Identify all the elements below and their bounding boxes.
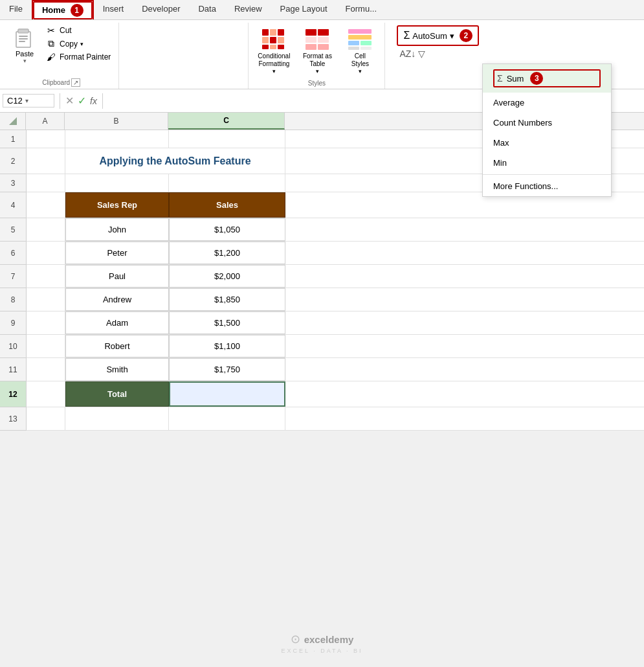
cell-a7[interactable]: [27, 265, 65, 288]
menu-item-min[interactable]: Min: [483, 153, 611, 173]
cell-b11[interactable]: Smith: [65, 358, 169, 381]
function-wizard-button[interactable]: fx: [90, 96, 97, 106]
cell-c12-total[interactable]: [169, 381, 285, 407]
cell-c11[interactable]: $1,750: [169, 358, 285, 381]
tab-developer[interactable]: Developer: [133, 0, 189, 19]
formula-confirm-button[interactable]: ✓: [78, 95, 86, 107]
row-header-8[interactable]: 8: [0, 288, 26, 311]
svg-rect-9: [262, 37, 269, 43]
svg-rect-17: [305, 37, 316, 43]
row-header-6[interactable]: 6: [0, 242, 26, 265]
menu-item-sum[interactable]: Σ Sum 3: [483, 64, 611, 93]
col-header-a[interactable]: A: [26, 113, 65, 130]
row-header-1[interactable]: 1: [0, 130, 26, 148]
format-as-table-label: Format asTable: [303, 52, 332, 68]
cell-b13[interactable]: [65, 407, 169, 430]
cell-b6[interactable]: Peter: [65, 242, 169, 264]
svg-rect-14: [278, 45, 284, 49]
row-header-10[interactable]: 10: [0, 335, 26, 358]
tab-page-layout[interactable]: Page Layout: [271, 0, 337, 19]
row-header-12[interactable]: 12: [0, 381, 26, 407]
cell-c6[interactable]: $1,200: [169, 242, 285, 264]
row-header-9[interactable]: 9: [0, 311, 26, 335]
funnel-icon: ▽: [418, 49, 425, 59]
menu-item-max[interactable]: Max: [483, 133, 611, 153]
menu-item-average[interactable]: Average: [483, 93, 611, 113]
cell-b9[interactable]: Adam: [65, 311, 169, 334]
row-header-5[interactable]: 5: [0, 218, 26, 242]
cell-a1[interactable]: [27, 130, 65, 148]
cell-a10[interactable]: [27, 335, 65, 357]
cell-a13[interactable]: [27, 407, 65, 430]
conditional-formatting-button[interactable]: ConditionalFormatting ▾: [254, 24, 294, 77]
format-painter-button[interactable]: 🖌 Format Painter: [43, 51, 113, 63]
cell-b3[interactable]: [65, 174, 169, 192]
format-as-table-button[interactable]: Format asTable ▾: [298, 24, 337, 77]
paste-label: Paste: [16, 50, 34, 58]
menu-item-more-functions[interactable]: More Functions...: [483, 176, 611, 196]
cell-b10[interactable]: Robert: [65, 335, 169, 357]
watermark-text: exceldemy: [304, 634, 354, 645]
tab-insert[interactable]: Insert: [94, 0, 133, 19]
cell-a5[interactable]: [27, 218, 65, 241]
cell-b12-total[interactable]: Total: [65, 381, 169, 407]
row-header-13[interactable]: 13: [0, 407, 26, 431]
clipboard-group-label: Clipboard ↗: [42, 77, 80, 89]
cell-a2[interactable]: [27, 148, 65, 174]
cell-c10[interactable]: $1,100: [169, 335, 285, 357]
cell-a6[interactable]: [27, 242, 65, 264]
cell-b7[interactable]: Paul: [65, 265, 169, 288]
copy-button[interactable]: ⧉ Copy ▾: [43, 37, 113, 51]
cell-c3[interactable]: [169, 174, 285, 192]
table-row: John $1,050: [27, 218, 644, 242]
format-painter-icon: 🖌: [45, 52, 57, 62]
col-header-c[interactable]: C: [168, 113, 285, 130]
row-header-2[interactable]: 2: [0, 148, 26, 174]
tab-review[interactable]: Review: [225, 0, 271, 19]
svg-rect-7: [270, 29, 276, 36]
row-header-4[interactable]: 4: [0, 192, 26, 218]
cell-c5[interactable]: $1,050: [169, 218, 285, 241]
cell-ref-dropdown[interactable]: ▾: [25, 97, 28, 104]
formula-cancel-button[interactable]: ✕: [65, 95, 74, 107]
tab-home[interactable]: Home 1: [32, 0, 94, 19]
cell-b4-header[interactable]: Sales Rep: [65, 192, 169, 218]
cell-a12[interactable]: [27, 381, 65, 407]
svg-rect-23: [348, 41, 359, 45]
svg-rect-18: [318, 37, 329, 43]
cell-reference-box[interactable]: C12 ▾: [3, 94, 54, 107]
cell-a4[interactable]: [27, 192, 65, 218]
cell-c1[interactable]: [169, 130, 285, 148]
clipboard-dialog-launcher[interactable]: ↗: [71, 78, 80, 87]
paste-button[interactable]: Paste ▾: [9, 24, 40, 67]
cell-c9[interactable]: $1,500: [169, 311, 285, 334]
cell-c8[interactable]: $1,850: [169, 288, 285, 311]
cell-a3[interactable]: [27, 174, 65, 192]
tab-formulas[interactable]: Formu...: [337, 0, 386, 19]
cell-b1[interactable]: [65, 130, 169, 148]
cell-c4-header[interactable]: Sales: [169, 192, 285, 218]
cell-a9[interactable]: [27, 311, 65, 334]
row-header-3[interactable]: 3: [0, 174, 26, 192]
cell-c7[interactable]: $2,000: [169, 265, 285, 288]
cell-b5[interactable]: John: [65, 218, 169, 241]
cell-a8[interactable]: [27, 288, 65, 311]
tab-data[interactable]: Data: [189, 0, 225, 19]
row-header-11[interactable]: 11: [0, 358, 26, 381]
sum-sigma-icon: Σ: [497, 73, 503, 84]
menu-item-count-numbers[interactable]: Count Numbers: [483, 113, 611, 133]
cell-styles-button[interactable]: CellStyles ▾: [340, 24, 379, 77]
cell-a11[interactable]: [27, 358, 65, 381]
cell-c13[interactable]: [169, 407, 285, 430]
cut-button[interactable]: ✂ Cut: [43, 24, 113, 37]
home-badge: 1: [71, 4, 83, 17]
autosum-button[interactable]: Σ AutoSum ▾ 2: [397, 25, 478, 46]
cell-b8[interactable]: Andrew: [65, 288, 169, 311]
col-header-b[interactable]: B: [65, 113, 168, 130]
autosum-dropdown-arrow: ▾: [450, 31, 454, 41]
cell-b2-title[interactable]: Applying the AutoSum Feature: [65, 148, 285, 174]
tab-file[interactable]: File: [0, 0, 32, 19]
autosum-label: AutoSum: [412, 31, 447, 41]
row-header-7[interactable]: 7: [0, 265, 26, 288]
table-row: Adam $1,500: [27, 311, 644, 335]
